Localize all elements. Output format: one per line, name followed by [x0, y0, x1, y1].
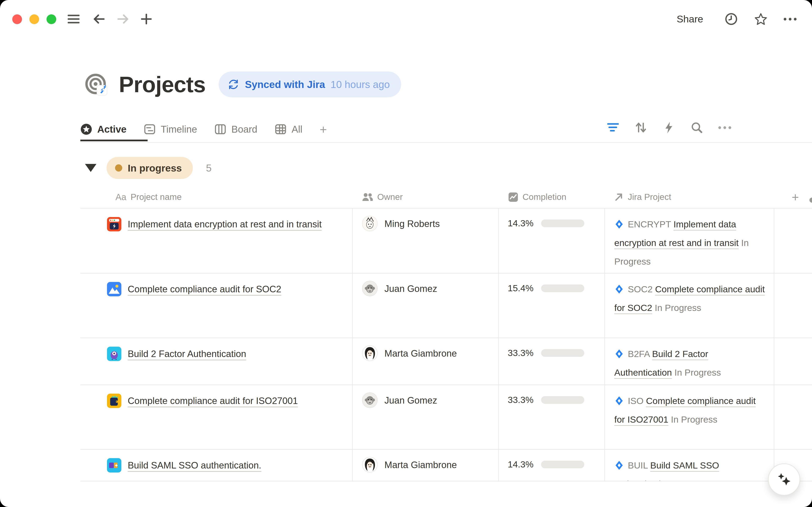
avatar	[362, 281, 378, 296]
active-tab-underline	[80, 139, 147, 141]
jira-logo-icon	[614, 460, 624, 470]
jira-logo-icon	[614, 396, 624, 406]
sort-icon[interactable]	[634, 121, 648, 134]
star-view-icon	[80, 123, 92, 135]
owner-cell[interactable]: Juan Gomez	[353, 274, 499, 338]
tab-all[interactable]: All	[275, 123, 302, 135]
wallet-app-icon	[107, 394, 121, 408]
column-header-jira-project[interactable]: Jira Project	[605, 192, 774, 202]
more-view-options-icon[interactable]	[718, 121, 732, 134]
table-header-row: Aa Project name Owner Completion Jira P	[80, 186, 812, 209]
share-button[interactable]: Share	[677, 13, 703, 25]
jira-project-cell[interactable]: BUIL Build SAML SSO authentication. In P…	[605, 450, 774, 481]
page-title[interactable]: Projects	[119, 72, 205, 97]
updates-clock-icon[interactable]	[725, 13, 738, 25]
timeline-view-icon	[144, 123, 155, 135]
avatar	[362, 345, 378, 361]
sync-icon	[228, 78, 239, 90]
jira-project-cell[interactable]: ISO Complete compliance audit for ISO270…	[605, 385, 774, 449]
group-header: In progress 5	[85, 157, 212, 179]
minimize-window-button[interactable]	[29, 14, 39, 24]
table-row[interactable]: Complete compliance audit for SOC2 Juan …	[80, 274, 812, 338]
sync-badge-label: Synced with Jira	[245, 79, 325, 90]
jira-logo-icon	[614, 284, 624, 294]
monster-app-icon	[107, 347, 121, 361]
table-row[interactable]: Complete compliance audit for ISO27001 J…	[80, 385, 812, 450]
app-window: Share Projects	[0, 0, 812, 507]
jira-logo-icon	[614, 349, 624, 359]
search-icon[interactable]	[690, 121, 704, 134]
sidebar-toggle-button[interactable]	[67, 13, 80, 25]
notion-ai-button[interactable]	[768, 463, 800, 496]
progress-bar	[541, 396, 584, 404]
lightning-icon[interactable]	[662, 121, 676, 134]
jira-logo-icon	[614, 219, 624, 229]
table-row[interactable]: Build SAML SSO authentication. Marta Gia…	[80, 450, 812, 482]
progress-bar	[541, 349, 584, 357]
projects-table: Aa Project name Owner Completion Jira P	[80, 186, 812, 482]
tab-board[interactable]: Board	[214, 123, 257, 135]
window-toolbar: Share	[0, 0, 812, 38]
completion-cell[interactable]: 14.3%	[499, 209, 605, 273]
sync-badge-time: 10 hours ago	[330, 79, 390, 90]
progress-bar	[541, 461, 584, 468]
avatar	[362, 216, 378, 231]
add-view-button[interactable]: +	[320, 122, 327, 136]
owner-cell[interactable]: Juan Gomez	[353, 385, 499, 449]
progress-bar	[541, 284, 584, 292]
progress-bar	[541, 220, 584, 227]
jira-project-cell[interactable]: SOC2 Complete compliance audit for SOC2 …	[605, 274, 774, 338]
project-name-cell[interactable]: Complete compliance audit for ISO27001	[80, 385, 353, 449]
forward-button[interactable]	[117, 13, 129, 25]
jira-project-cell[interactable]: ENCRYPT Implement data encryption at res…	[605, 209, 774, 273]
completion-cell[interactable]: 15.4%	[499, 274, 605, 338]
owner-cell[interactable]: Marta Giambrone	[353, 450, 499, 481]
project-name-cell[interactable]: Build SAML SSO authentication.	[80, 450, 353, 481]
column-header-project-name[interactable]: Aa Project name	[80, 192, 353, 202]
favorite-star-icon[interactable]	[754, 13, 767, 25]
header-more-icon[interactable]	[809, 198, 812, 203]
page-icon-target[interactable]	[85, 73, 108, 96]
status-badge[interactable]: In progress	[107, 157, 193, 179]
back-button[interactable]	[92, 13, 105, 25]
completion-cell[interactable]: 14.3%	[499, 450, 605, 481]
avatar	[362, 457, 378, 472]
mountain-app-icon	[107, 282, 121, 296]
table-row[interactable]: Build 2 Factor Authentication Marta Giam…	[80, 338, 812, 385]
filter-icon[interactable]	[606, 121, 620, 134]
board-view-icon	[214, 123, 226, 135]
group-count: 5	[206, 162, 212, 174]
tab-timeline[interactable]: Timeline	[144, 123, 197, 135]
table-row[interactable]: Implement data encryption at rest and in…	[80, 209, 812, 274]
cards-app-icon	[107, 458, 121, 472]
new-tab-button[interactable]	[140, 13, 153, 25]
status-dot-icon	[115, 164, 122, 172]
owner-cell[interactable]: Ming Roberts	[353, 209, 499, 273]
close-window-button[interactable]	[12, 14, 22, 24]
chart-icon	[508, 192, 518, 202]
tabs-separator	[80, 142, 812, 143]
completion-cell[interactable]: 33.3%	[499, 338, 605, 385]
sparkles-icon	[774, 469, 794, 490]
completion-cell[interactable]: 33.3%	[499, 385, 605, 449]
jira-sync-badge[interactable]: Synced with Jira 10 hours ago	[218, 71, 401, 97]
text-type-icon: Aa	[116, 192, 126, 202]
project-name-cell[interactable]: Build 2 Factor Authentication	[80, 338, 353, 385]
column-header-owner[interactable]: Owner	[353, 192, 499, 202]
table-view-icon	[275, 123, 287, 135]
zoom-window-button[interactable]	[47, 14, 56, 24]
more-options-icon[interactable]	[784, 13, 796, 25]
avatar	[362, 392, 378, 408]
collapse-triangle-icon[interactable]	[85, 164, 97, 172]
view-toolbar	[606, 116, 732, 139]
tab-active[interactable]: Active	[80, 123, 126, 135]
jira-project-cell[interactable]: B2FA Build 2 Factor Authentication In Pr…	[605, 338, 774, 385]
column-header-completion[interactable]: Completion	[499, 192, 605, 202]
external-arrow-icon	[614, 192, 624, 202]
people-icon	[362, 192, 373, 202]
owner-cell[interactable]: Marta Giambrone	[353, 338, 499, 385]
vault-app-icon	[107, 217, 121, 231]
project-name-cell[interactable]: Complete compliance audit for SOC2	[80, 274, 353, 338]
project-name-cell[interactable]: Implement data encryption at rest and in…	[80, 209, 353, 273]
add-column-button[interactable]: +	[792, 190, 799, 204]
